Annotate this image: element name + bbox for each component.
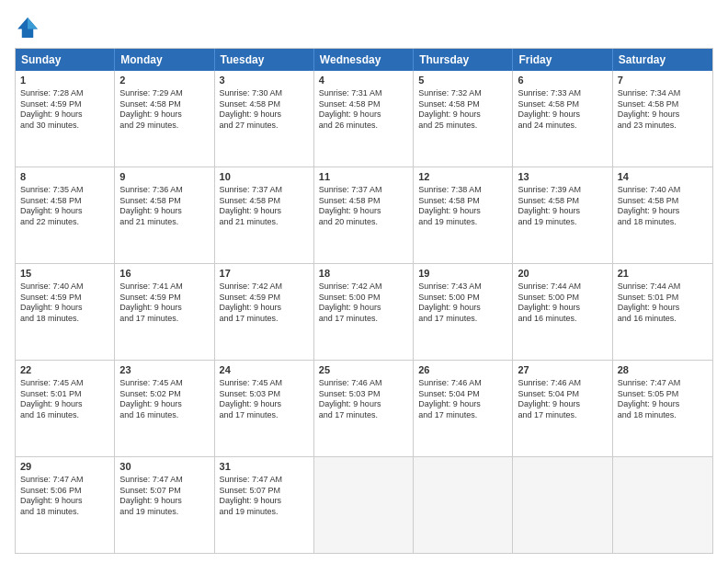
calendar-cell: 20Sunrise: 7:44 AM Sunset: 5:00 PM Dayli… <box>513 264 612 360</box>
cell-info: Sunrise: 7:42 AM Sunset: 4:59 PM Dayligh… <box>220 282 309 325</box>
weekday-header: Thursday <box>414 49 513 71</box>
cell-info: Sunrise: 7:34 AM Sunset: 4:58 PM Dayligh… <box>618 88 708 132</box>
day-number: 24 <box>220 363 309 377</box>
day-number: 20 <box>518 267 607 281</box>
day-number: 21 <box>618 267 708 281</box>
day-number: 19 <box>418 267 507 281</box>
weekday-header: Sunday <box>16 49 115 71</box>
cell-info: Sunrise: 7:30 AM Sunset: 4:58 PM Dayligh… <box>220 88 309 132</box>
calendar-cell: 31Sunrise: 7:47 AM Sunset: 5:07 PM Dayli… <box>215 457 314 553</box>
calendar-cell: 10Sunrise: 7:37 AM Sunset: 4:58 PM Dayli… <box>215 167 314 263</box>
day-number: 5 <box>418 74 507 87</box>
calendar-cell: 17Sunrise: 7:42 AM Sunset: 4:59 PM Dayli… <box>215 264 314 360</box>
weekday-header: Saturday <box>613 49 712 71</box>
day-number: 9 <box>119 170 209 184</box>
day-number: 10 <box>220 170 309 184</box>
cell-info: Sunrise: 7:47 AM Sunset: 5:06 PM Dayligh… <box>20 475 109 518</box>
cell-info: Sunrise: 7:46 AM Sunset: 5:04 PM Dayligh… <box>518 378 607 421</box>
cell-info: Sunrise: 7:38 AM Sunset: 4:58 PM Dayligh… <box>418 185 507 228</box>
calendar-cell <box>513 457 612 553</box>
day-number: 22 <box>20 363 109 377</box>
calendar-cell: 18Sunrise: 7:42 AM Sunset: 5:00 PM Dayli… <box>314 264 414 360</box>
day-number: 25 <box>319 363 408 377</box>
logo-icon <box>15 15 40 40</box>
calendar-cell: 1Sunrise: 7:28 AM Sunset: 4:59 PM Daylig… <box>16 71 115 167</box>
weekday-header: Friday <box>513 49 612 71</box>
cell-info: Sunrise: 7:33 AM Sunset: 4:58 PM Dayligh… <box>518 88 607 132</box>
day-number: 1 <box>20 74 109 87</box>
day-number: 18 <box>319 267 408 281</box>
day-number: 23 <box>119 363 209 377</box>
cell-info: Sunrise: 7:44 AM Sunset: 5:01 PM Dayligh… <box>618 282 708 325</box>
cell-info: Sunrise: 7:47 AM Sunset: 5:07 PM Dayligh… <box>119 475 209 518</box>
calendar-row: 15Sunrise: 7:40 AM Sunset: 4:59 PM Dayli… <box>16 263 712 360</box>
cell-info: Sunrise: 7:41 AM Sunset: 4:59 PM Dayligh… <box>119 282 209 325</box>
day-number: 27 <box>518 363 607 377</box>
calendar-cell: 7Sunrise: 7:34 AM Sunset: 4:58 PM Daylig… <box>613 71 712 167</box>
cell-info: Sunrise: 7:36 AM Sunset: 4:58 PM Dayligh… <box>119 185 209 228</box>
day-number: 7 <box>618 74 708 87</box>
day-number: 16 <box>119 267 209 281</box>
calendar-row: 22Sunrise: 7:45 AM Sunset: 5:01 PM Dayli… <box>16 360 712 456</box>
cell-info: Sunrise: 7:39 AM Sunset: 4:58 PM Dayligh… <box>518 185 607 228</box>
cell-info: Sunrise: 7:45 AM Sunset: 5:03 PM Dayligh… <box>220 378 309 421</box>
calendar-cell: 25Sunrise: 7:46 AM Sunset: 5:03 PM Dayli… <box>314 361 414 456</box>
calendar-cell <box>414 457 513 553</box>
weekday-header: Tuesday <box>215 49 314 71</box>
cell-info: Sunrise: 7:40 AM Sunset: 4:58 PM Dayligh… <box>618 185 708 228</box>
calendar-cell: 26Sunrise: 7:46 AM Sunset: 5:04 PM Dayli… <box>414 361 513 456</box>
day-number: 3 <box>220 74 309 87</box>
cell-info: Sunrise: 7:32 AM Sunset: 4:58 PM Dayligh… <box>418 88 507 132</box>
day-number: 8 <box>20 170 109 184</box>
day-number: 6 <box>518 74 607 87</box>
calendar-cell: 6Sunrise: 7:33 AM Sunset: 4:58 PM Daylig… <box>513 71 612 167</box>
calendar-cell: 4Sunrise: 7:31 AM Sunset: 4:58 PM Daylig… <box>314 71 414 167</box>
calendar-cell: 29Sunrise: 7:47 AM Sunset: 5:06 PM Dayli… <box>16 457 115 553</box>
calendar-row: 8Sunrise: 7:35 AM Sunset: 4:58 PM Daylig… <box>16 167 712 263</box>
cell-info: Sunrise: 7:44 AM Sunset: 5:00 PM Dayligh… <box>518 282 607 325</box>
calendar-cell: 30Sunrise: 7:47 AM Sunset: 5:07 PM Dayli… <box>115 457 214 553</box>
weekday-header: Wednesday <box>314 49 414 71</box>
cell-info: Sunrise: 7:45 AM Sunset: 5:01 PM Dayligh… <box>20 378 109 421</box>
calendar-cell: 27Sunrise: 7:46 AM Sunset: 5:04 PM Dayli… <box>513 361 612 456</box>
calendar-cell: 16Sunrise: 7:41 AM Sunset: 4:59 PM Dayli… <box>115 264 214 360</box>
calendar-cell: 24Sunrise: 7:45 AM Sunset: 5:03 PM Dayli… <box>215 361 314 456</box>
day-number: 14 <box>618 170 708 184</box>
calendar-row: 1Sunrise: 7:28 AM Sunset: 4:59 PM Daylig… <box>16 71 712 167</box>
calendar-cell: 9Sunrise: 7:36 AM Sunset: 4:58 PM Daylig… <box>115 167 214 263</box>
day-number: 30 <box>119 460 209 474</box>
day-number: 12 <box>418 170 507 184</box>
calendar-cell: 13Sunrise: 7:39 AM Sunset: 4:58 PM Dayli… <box>513 167 612 263</box>
day-number: 29 <box>20 460 109 474</box>
calendar-header: SundayMondayTuesdayWednesdayThursdayFrid… <box>16 49 712 71</box>
calendar-cell: 19Sunrise: 7:43 AM Sunset: 5:00 PM Dayli… <box>414 264 513 360</box>
day-number: 13 <box>518 170 607 184</box>
calendar-cell: 3Sunrise: 7:30 AM Sunset: 4:58 PM Daylig… <box>215 71 314 167</box>
calendar: SundayMondayTuesdayWednesdayThursdayFrid… <box>15 48 713 554</box>
cell-info: Sunrise: 7:28 AM Sunset: 4:59 PM Dayligh… <box>20 88 109 132</box>
calendar-cell: 8Sunrise: 7:35 AM Sunset: 4:58 PM Daylig… <box>16 167 115 263</box>
page: SundayMondayTuesdayWednesdayThursdayFrid… <box>0 0 728 563</box>
cell-info: Sunrise: 7:31 AM Sunset: 4:58 PM Dayligh… <box>319 88 408 132</box>
cell-info: Sunrise: 7:37 AM Sunset: 4:58 PM Dayligh… <box>220 185 309 228</box>
weekday-header: Monday <box>115 49 214 71</box>
calendar-cell: 12Sunrise: 7:38 AM Sunset: 4:58 PM Dayli… <box>414 167 513 263</box>
cell-info: Sunrise: 7:37 AM Sunset: 4:58 PM Dayligh… <box>319 185 408 228</box>
logo <box>15 15 44 40</box>
day-number: 15 <box>20 267 109 281</box>
calendar-cell: 15Sunrise: 7:40 AM Sunset: 4:59 PM Dayli… <box>16 264 115 360</box>
calendar-cell <box>613 457 712 553</box>
cell-info: Sunrise: 7:46 AM Sunset: 5:03 PM Dayligh… <box>319 378 408 421</box>
cell-info: Sunrise: 7:46 AM Sunset: 5:04 PM Dayligh… <box>418 378 507 421</box>
cell-info: Sunrise: 7:45 AM Sunset: 5:02 PM Dayligh… <box>119 378 209 421</box>
cell-info: Sunrise: 7:40 AM Sunset: 4:59 PM Dayligh… <box>20 282 109 325</box>
cell-info: Sunrise: 7:47 AM Sunset: 5:05 PM Dayligh… <box>618 378 708 421</box>
cell-info: Sunrise: 7:29 AM Sunset: 4:58 PM Dayligh… <box>119 88 209 132</box>
day-number: 28 <box>618 363 708 377</box>
calendar-cell: 5Sunrise: 7:32 AM Sunset: 4:58 PM Daylig… <box>414 71 513 167</box>
calendar-cell: 11Sunrise: 7:37 AM Sunset: 4:58 PM Dayli… <box>314 167 414 263</box>
header <box>15 15 713 40</box>
day-number: 4 <box>319 74 408 87</box>
svg-marker-1 <box>28 17 38 29</box>
cell-info: Sunrise: 7:47 AM Sunset: 5:07 PM Dayligh… <box>220 475 309 518</box>
